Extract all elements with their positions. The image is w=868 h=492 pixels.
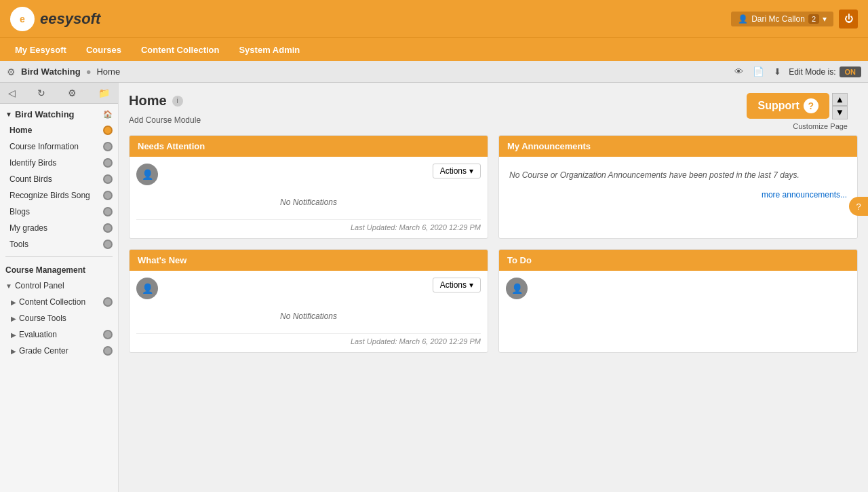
edit-mode-toggle: Edit Mode is: ON: [789, 67, 861, 77]
logo-text: eesysoft: [40, 10, 100, 28]
sidebar-item-grades-label: My grades: [9, 223, 47, 233]
module-needs-attention: Needs Attention 👤 Actions ▾ No Notificat…: [129, 135, 488, 239]
sidebar-item-content-collection-indicator: [103, 297, 113, 307]
sidebar-divider-1: [5, 256, 113, 257]
sidebar-item-course-info-indicator: [103, 142, 113, 151]
sidebar-toolbar: ◁ ↻ ⚙ 📁: [0, 83, 118, 104]
nav-courses[interactable]: Courses: [78, 41, 130, 58]
actions-button-whats-new[interactable]: Actions ▾: [433, 278, 481, 292]
edit-mode-label: Edit Mode is:: [789, 67, 835, 77]
dropdown-arrow[interactable]: ▾: [823, 14, 827, 24]
sidebar-course-name[interactable]: Bird Watching: [15, 109, 103, 119]
customize-page-link[interactable]: Customize Page: [793, 122, 848, 130]
sidebar-item-count-indicator: [103, 174, 113, 184]
sidebar-item-recognize-birds-song[interactable]: Recognize Birds Song: [0, 187, 118, 204]
sidebar-course-arrow[interactable]: ▼: [5, 111, 12, 118]
sidebar-settings-button[interactable]: ⚙: [65, 86, 79, 100]
evaluation-arrow: ▶: [11, 331, 16, 339]
nav-content-collection[interactable]: Content Collection: [133, 41, 228, 58]
sidebar-item-evaluation[interactable]: ▶ Evaluation: [0, 326, 118, 343]
sidebar-course-header: ▼ Bird Watching 🏠: [0, 104, 118, 122]
sidebar-item-control-panel[interactable]: ▼ Control Panel: [0, 278, 118, 294]
right-edge-help-icon[interactable]: ?: [849, 197, 868, 216]
breadcrumb-separator: ●: [86, 67, 92, 77]
sidebar-item-evaluation-label: Evaluation: [19, 330, 57, 339]
sidebar-item-count-birds[interactable]: Count Birds: [0, 171, 118, 187]
sidebar-item-blogs-indicator: [103, 207, 113, 216]
sidebar: ◁ ↻ ⚙ 📁 ▼ Bird Watching 🏠 Home Course In…: [0, 83, 119, 492]
sidebar-item-my-grades[interactable]: My grades: [0, 220, 118, 236]
avatar-whats-new: 👤: [136, 278, 158, 299]
sidebar-item-control-panel-label: Control Panel: [15, 281, 64, 290]
avatar-to-do: 👤: [506, 278, 528, 299]
module-to-do-body: 👤: [499, 271, 857, 311]
logo-icon: e: [10, 7, 35, 31]
module-needs-attention-top-row: 👤 Actions ▾: [136, 164, 481, 185]
nav-system-admin[interactable]: System Admin: [231, 41, 308, 58]
main-layout: ◁ ↻ ⚙ 📁 ▼ Bird Watching 🏠 Home Course In…: [0, 83, 868, 492]
support-button[interactable]: Support ?: [747, 93, 829, 119]
support-question-icon: ?: [804, 98, 818, 113]
actions-button-needs-attention[interactable]: Actions ▾: [433, 164, 481, 178]
sidebar-item-tools-indicator: [103, 240, 113, 249]
module-announcements-header: My Announcements: [499, 136, 857, 157]
sidebar-item-identify-birds[interactable]: Identify Birds: [0, 155, 118, 171]
sidebar-item-course-information[interactable]: Course Information: [0, 138, 118, 155]
sidebar-item-home[interactable]: Home: [0, 122, 118, 138]
sidebar-item-recognize-label: Recognize Birds Song: [9, 191, 90, 200]
breadcrumb-icon: ⚙: [7, 67, 16, 77]
support-up-arrow[interactable]: ▲: [832, 93, 848, 106]
content-collection-arrow: ▶: [11, 299, 16, 306]
nav-my-eesysoft[interactable]: My Eesysoft: [7, 41, 75, 58]
actions-dropdown-arrow: ▾: [469, 166, 473, 176]
sidebar-course-icon: 🏠: [103, 110, 113, 119]
page-title: Home: [129, 93, 167, 109]
sidebar-item-grade-center-label: Grade Center: [19, 346, 68, 356]
sidebar-collapse-button[interactable]: ◁: [5, 86, 18, 100]
support-widget: Support ? ▲ ▼ Customize Page: [747, 93, 848, 130]
logo-area: e eesysoft: [10, 7, 100, 31]
more-announcements-link[interactable]: more announcements...: [506, 187, 850, 203]
sidebar-item-home-label: Home: [9, 126, 32, 135]
user-count: 2: [808, 14, 819, 24]
edit-mode-status[interactable]: ON: [840, 67, 862, 77]
download-button[interactable]: ⬇: [772, 64, 783, 79]
help-button[interactable]: 📄: [751, 64, 766, 79]
module-my-announcements: My Announcements No Course or Organizati…: [498, 135, 858, 239]
sidebar-item-blogs-label: Blogs: [9, 207, 30, 216]
support-label: Support: [757, 100, 799, 112]
sidebar-refresh-button[interactable]: ↻: [35, 86, 48, 100]
module-whats-new-header: What's New: [130, 250, 488, 271]
sidebar-course-management-label: Course Management: [0, 260, 118, 278]
sidebar-item-grades-indicator: [103, 223, 113, 233]
no-notifications-needs-attention: No Notifications: [136, 191, 481, 214]
sidebar-folder-button[interactable]: 📁: [96, 86, 113, 100]
user-icon: 👤: [738, 14, 748, 24]
breadcrumb-bar: ⚙ Bird Watching ● Home 👁 📄 ⬇ Edit Mode i…: [0, 61, 868, 83]
module-to-do-header: To Do: [499, 250, 857, 271]
sidebar-item-blogs[interactable]: Blogs: [0, 204, 118, 220]
breadcrumb-course[interactable]: Bird Watching: [21, 67, 81, 77]
sidebar-item-identify-indicator: [103, 158, 113, 168]
power-button[interactable]: ⏻: [839, 10, 858, 29]
sidebar-item-count-label: Count Birds: [9, 174, 52, 184]
accessibility-button[interactable]: 👁: [732, 64, 745, 79]
sidebar-item-tools-label: Tools: [9, 240, 28, 249]
sidebar-item-course-info-label: Course Information: [9, 142, 79, 151]
no-announcements-text: No Course or Organization Announcements …: [506, 164, 850, 187]
sidebar-item-course-tools-label: Course Tools: [19, 314, 66, 323]
module-needs-attention-header: Needs Attention: [130, 136, 488, 157]
top-header: e eesysoft 👤 Dari Mc Callon 2 ▾ ⏻: [0, 0, 868, 37]
actions-dropdown-arrow-whats-new: ▾: [469, 280, 473, 290]
sidebar-item-course-tools[interactable]: ▶ Course Tools: [0, 310, 118, 326]
nav-bar: My Eesysoft Courses Content Collection S…: [0, 37, 868, 61]
support-down-arrow[interactable]: ▼: [832, 106, 848, 119]
sidebar-item-content-collection[interactable]: ▶ Content Collection: [0, 294, 118, 310]
sidebar-item-tools[interactable]: Tools: [0, 236, 118, 252]
sidebar-item-grade-center[interactable]: ▶ Grade Center: [0, 343, 118, 359]
sidebar-item-identify-label: Identify Birds: [9, 158, 56, 168]
modules-grid: Needs Attention 👤 Actions ▾ No Notificat…: [129, 135, 858, 353]
module-needs-attention-body: 👤 Actions ▾ No Notifications Last Update…: [130, 157, 488, 238]
page-title-info-icon[interactable]: i: [172, 96, 183, 107]
sidebar-item-content-collection-label: Content Collection: [19, 297, 85, 307]
